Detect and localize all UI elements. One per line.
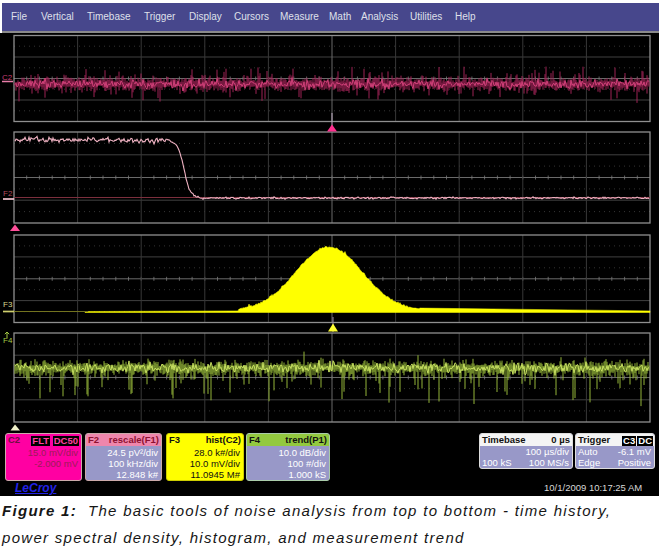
svg-text:F4: F4 [3, 336, 13, 345]
svg-text:F3: F3 [3, 300, 13, 309]
svg-text:C2: C2 [2, 73, 13, 82]
svg-text:F2: F2 [3, 189, 13, 198]
